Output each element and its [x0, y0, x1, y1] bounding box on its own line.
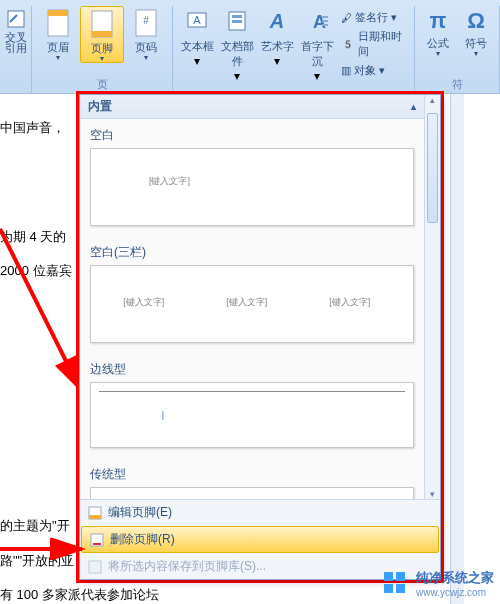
dropdown-arrow-icon: ▾ — [36, 55, 80, 61]
cross-ref-icon — [5, 8, 27, 30]
svg-text:A: A — [193, 14, 201, 26]
annotation-arrow — [0, 224, 90, 404]
gallery-item-blank3[interactable]: 空白(三栏) [键入文字] [键入文字] [键入文字] — [80, 236, 424, 353]
svg-rect-22 — [89, 561, 101, 573]
dropdown-arrow-icon: ▾ — [457, 51, 495, 57]
watermark-logo-icon — [382, 570, 410, 598]
object-button[interactable]: ▥对象 ▾ — [337, 63, 410, 78]
footer-icon — [89, 9, 115, 39]
svg-rect-0 — [8, 11, 24, 27]
preview-edge: | — [90, 382, 414, 448]
gallery-item-classic[interactable]: 传统型 1 — [80, 458, 424, 505]
svg-rect-14 — [322, 16, 328, 18]
svg-text:A: A — [269, 10, 284, 32]
dropdown-arrow-icon: ▾ — [419, 51, 457, 57]
dropdown-arrow-icon: ▾ — [177, 54, 217, 68]
pi-icon: π — [419, 8, 457, 34]
gallery-scroll-area[interactable]: 内置 ▴ 空白 [键入文字] 空白(三栏) [键入文字] [键入文字] [键入文… — [80, 95, 424, 505]
group-label: 符 — [419, 77, 495, 94]
svg-rect-27 — [396, 584, 405, 593]
footer-gallery-panel: 内置 ▴ 空白 [键入文字] 空白(三栏) [键入文字] [键入文字] [键入文… — [79, 94, 441, 580]
svg-rect-24 — [384, 572, 393, 581]
svg-rect-2 — [48, 10, 68, 16]
svg-rect-10 — [232, 15, 242, 18]
textbox-icon: A — [184, 8, 210, 34]
gallery-item-blank[interactable]: 空白 [键入文字] — [80, 119, 424, 236]
signature-icon: 🖋 — [341, 12, 352, 24]
dropdown-arrow-icon: ▾ — [257, 54, 297, 68]
datetime-icon: 5️ — [341, 38, 355, 51]
svg-rect-26 — [384, 584, 393, 593]
ribbon: 交叉 引用 页眉 ▾ 页脚 ▾ # 页码 ▾ — [0, 0, 500, 94]
wordart-icon: A — [264, 8, 290, 34]
svg-rect-4 — [92, 31, 112, 37]
save-icon — [88, 560, 102, 574]
dropdown-arrow-icon: ▾ — [124, 55, 168, 61]
parts-button[interactable]: 文档部件 ▾ — [217, 6, 257, 83]
header-button[interactable]: 页眉 ▾ — [36, 6, 80, 63]
symbol-button[interactable]: Ω 符号 ▾ — [457, 6, 495, 57]
textbox-button[interactable]: A 文本框 ▾ — [177, 6, 217, 83]
parts-icon — [224, 8, 250, 34]
group-label: 页 — [36, 77, 168, 94]
svg-rect-15 — [322, 20, 328, 22]
footer-button[interactable]: 页脚 ▾ — [80, 6, 124, 63]
svg-text:#: # — [143, 15, 149, 26]
svg-rect-25 — [396, 572, 405, 581]
page-number-icon: # — [133, 8, 159, 38]
remove-icon — [90, 533, 104, 547]
equation-button[interactable]: π 公式 ▾ — [419, 6, 457, 57]
chevron-up-icon[interactable]: ▴ — [411, 101, 416, 112]
remove-footer-button[interactable]: 删除页脚(R) — [81, 526, 439, 553]
object-icon: ▥ — [341, 64, 351, 77]
cross-reference-button[interactable]: 交叉 引用 — [4, 6, 27, 54]
svg-rect-16 — [322, 24, 328, 26]
page-number-button[interactable]: # 页码 ▾ — [124, 6, 168, 63]
gallery-footer-commands: 编辑页脚(E) 删除页脚(R) 将所选内容保存到页脚库(S)... — [80, 499, 440, 579]
section-builtin: 内置 ▴ — [80, 95, 424, 119]
svg-rect-19 — [89, 515, 101, 519]
signature-button[interactable]: 🖋签名行 ▾ — [337, 10, 410, 25]
datetime-button[interactable]: 5️日期和时间 — [337, 29, 410, 59]
vertical-ruler — [450, 94, 464, 604]
wordart-button[interactable]: A 艺术字 ▾ — [257, 6, 297, 83]
gallery-item-edge[interactable]: 边线型 | — [80, 353, 424, 458]
watermark: 纯净系统之家 www.ycwjz.com — [382, 569, 494, 598]
scroll-up-arrow-icon[interactable]: ▴ — [425, 95, 440, 111]
svg-line-17 — [0, 229, 80, 389]
dropdown-arrow-icon: ▾ — [217, 69, 257, 83]
header-icon — [45, 8, 71, 38]
preview-blank3: [键入文字] [键入文字] [键入文字] — [90, 265, 414, 343]
preview-blank: [键入文字] — [90, 148, 414, 226]
edit-icon — [88, 506, 102, 520]
edit-footer-button[interactable]: 编辑页脚(E) — [80, 500, 440, 525]
dropcap-button[interactable]: A 首字下沉 ▾ — [297, 6, 337, 83]
dropcap-icon: A — [304, 8, 330, 34]
omega-icon: Ω — [457, 8, 495, 34]
gallery-scrollbar[interactable]: ▴ ▾ — [424, 95, 440, 505]
scrollbar-thumb[interactable] — [427, 113, 438, 223]
dropdown-arrow-icon: ▾ — [297, 69, 337, 83]
dropdown-arrow-icon: ▾ — [81, 56, 123, 62]
svg-rect-11 — [232, 20, 242, 23]
annotation-arrow-2 — [0, 538, 90, 560]
